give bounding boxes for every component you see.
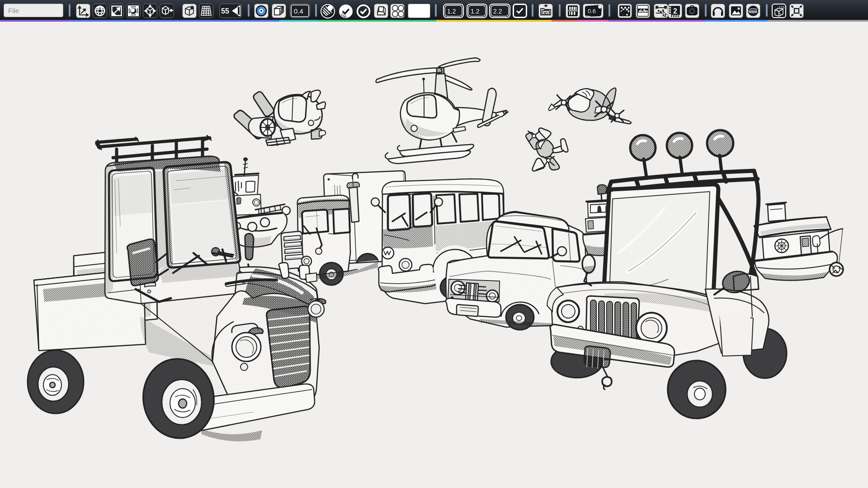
svg-text:2: 2 [673, 7, 677, 15]
svg-text:0.4: 0.4 [294, 7, 303, 15]
svg-text:www: www [748, 9, 757, 13]
svg-text:0.6: 0.6 [588, 8, 596, 14]
svg-text:1.2: 1.2 [447, 8, 456, 15]
svg-text:3D: 3D [543, 11, 548, 15]
svg-text:2.2: 2.2 [493, 8, 502, 15]
svg-text:55: 55 [221, 7, 229, 15]
svg-text:1.2: 1.2 [471, 8, 480, 15]
